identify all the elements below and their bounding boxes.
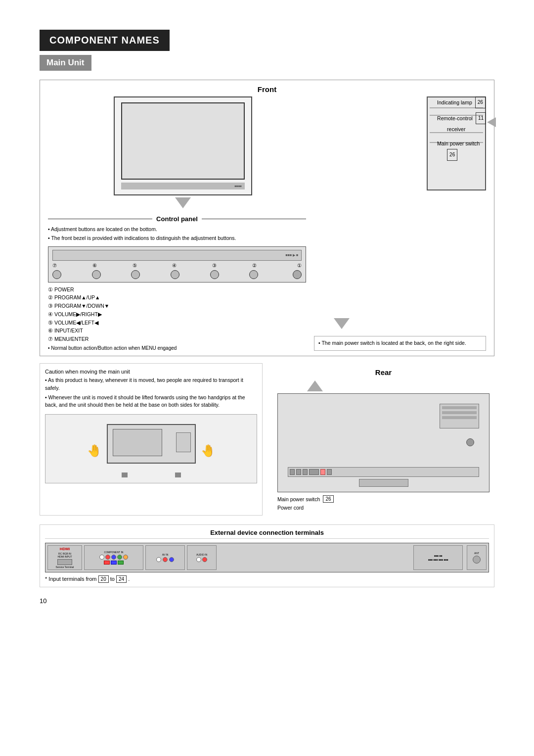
button-note: • Normal button action/Button action whe… (48, 345, 306, 351)
front-label: Front (48, 85, 486, 94)
side-note-box: • The main power switch is located at th… (314, 336, 486, 351)
component-names-header: COMPONENT NAMES (40, 30, 170, 51)
main-unit-header: Main Unit (40, 55, 91, 71)
down-arrow-2 (334, 318, 350, 329)
external-note: * Input terminals from 20 to 24 . (45, 575, 489, 583)
tv-rear-illustration (277, 393, 490, 492)
control-panel-illustration: ■■■ ▶ ■ ⑦ ⑥ ⑤ ④ ③ ② ① (48, 246, 306, 283)
rear-power-switch-num: 26 (323, 495, 333, 503)
terminal-strip: HDMI RC RGB IN HDMI INPUT Service Termin… (45, 543, 489, 572)
button-labels-list: ① POWER ② PROGRAM▲/UP▲ ③ PROGRAM▼/DOWN▼ … (48, 285, 306, 344)
page-number: 10 (40, 597, 494, 605)
down-arrow (175, 197, 191, 208)
tv-base: ■■■■ (121, 183, 245, 189)
tv-front-illustration: ■■■■ (114, 96, 252, 195)
rear-label: Rear (277, 368, 490, 377)
tv-screen (121, 102, 245, 180)
external-title: External device connection terminals (45, 529, 489, 539)
control-panel-label: Control panel (152, 215, 202, 223)
caution-title: Caution when moving the main unit (45, 369, 257, 375)
external-section: External device connection terminals HDM… (40, 524, 494, 587)
caution-section: Caution when moving the main unit • As t… (40, 363, 263, 516)
right-callout-labels: Indicating lamp 26 Remote-control 11 rec… (437, 96, 486, 161)
tv-carry-illustration: 🤚 🤚 (45, 414, 257, 483)
rear-power-switch-label: Main power switch (277, 496, 320, 502)
rear-power-cord-label: Power cord (277, 505, 304, 511)
main-unit-title: Main Unit (46, 58, 85, 67)
control-notes: • Adjustment buttons are located on the … (48, 226, 306, 242)
caution-text: • As this product is heavy, whenever it … (45, 377, 257, 409)
up-arrow-rear (307, 380, 323, 391)
rear-section: Rear (272, 363, 494, 516)
header-title: COMPONENT NAMES (49, 35, 160, 46)
